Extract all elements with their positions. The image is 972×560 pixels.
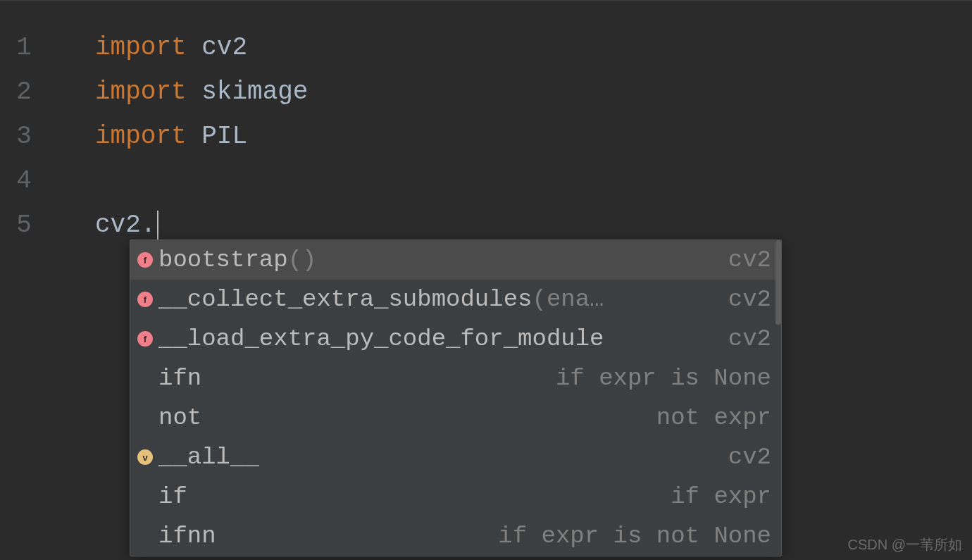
line-number: 5 — [0, 203, 48, 247]
keyword-import: import — [95, 77, 187, 106]
autocomplete-hint: if expr is not None — [498, 523, 771, 549]
code-line[interactable]: import skimage — [95, 70, 972, 114]
autocomplete-label: ifnn — [158, 523, 216, 549]
autocomplete-item[interactable]: ifif expr — [130, 477, 781, 516]
line-number: 2 — [0, 70, 48, 114]
autocomplete-scrollbar-thumb[interactable] — [775, 240, 781, 325]
autocomplete-hint: cv2 — [728, 444, 771, 471]
autocomplete-item[interactable]: v__all__cv2 — [130, 437, 781, 477]
autocomplete-item[interactable]: f__collect_extra_submodules(ena…cv2 — [130, 280, 781, 319]
autocomplete-item[interactable]: notnot expr — [130, 398, 781, 437]
autocomplete-label: bootstrap — [158, 247, 288, 273]
line-number: 3 — [0, 114, 48, 158]
empty-icon — [137, 528, 153, 544]
identifier: cv2 — [95, 211, 141, 239]
empty-icon — [137, 410, 153, 425]
autocomplete-params: () — [288, 247, 317, 273]
identifier: cv2 — [201, 33, 247, 62]
autocomplete-scrollbar[interactable] — [775, 240, 781, 556]
autocomplete-hint: cv2 — [728, 286, 771, 313]
function-icon: f — [137, 252, 153, 268]
autocomplete-item[interactable]: ifnnif expr is not None — [130, 516, 781, 556]
autocomplete-hint: if expr — [671, 483, 771, 510]
identifier: PIL — [201, 122, 247, 151]
code-line[interactable]: import cv2 — [95, 25, 972, 70]
line-number-gutter: 1 2 3 4 5 — [0, 1, 48, 560]
empty-icon — [137, 489, 153, 504]
keyword-import: import — [95, 33, 187, 62]
text-cursor — [157, 211, 158, 240]
identifier: skimage — [201, 77, 308, 106]
autocomplete-popup[interactable]: fbootstrap()cv2f__collect_extra_submodul… — [130, 239, 782, 556]
autocomplete-label: ifn — [158, 365, 201, 392]
line-number: 4 — [0, 158, 48, 203]
autocomplete-hint: cv2 — [728, 325, 771, 352]
autocomplete-item[interactable]: ifnif expr is None — [130, 359, 781, 398]
autocomplete-hint: not expr — [656, 404, 771, 431]
autocomplete-label: if — [158, 483, 187, 510]
keyword-import: import — [95, 122, 187, 151]
autocomplete-item[interactable]: f__load_extra_py_code_for_modulecv2 — [130, 319, 781, 359]
autocomplete-item[interactable]: fbootstrap()cv2 — [130, 240, 781, 280]
watermark-text: CSDN @一苇所如 — [847, 535, 962, 554]
autocomplete-params: (ena… — [532, 286, 604, 313]
autocomplete-label: __load_extra_py_code_for_module — [158, 325, 604, 352]
function-icon: f — [137, 331, 153, 347]
autocomplete-hint: cv2 — [728, 247, 771, 273]
line-number: 1 — [0, 25, 48, 70]
autocomplete-label: __collect_extra_submodules — [158, 286, 532, 313]
empty-icon — [137, 371, 153, 386]
variable-icon: v — [137, 449, 153, 465]
code-line[interactable]: import PIL — [95, 114, 972, 158]
autocomplete-hint: if expr is None — [556, 365, 771, 392]
dot-operator: . — [141, 211, 156, 239]
autocomplete-label: not — [158, 404, 201, 431]
code-line[interactable] — [95, 158, 972, 203]
function-icon: f — [137, 292, 153, 307]
autocomplete-label: __all__ — [158, 444, 259, 471]
